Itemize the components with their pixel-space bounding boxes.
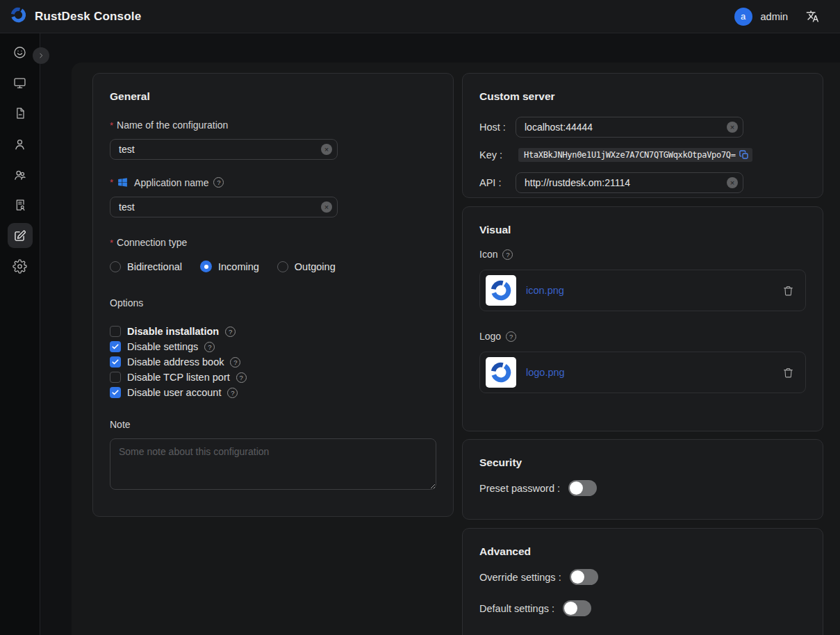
radio-incoming[interactable]: Incoming [200, 261, 259, 272]
server-key-chip: HtaXBkJNHyn0e1U1jWXze7A7CN7QTGWqxkOtpaVp… [518, 148, 752, 162]
connection-type-label: * Connection type [110, 237, 436, 248]
logo-label: Logo ? [479, 331, 806, 342]
sidebar-item-sessions[interactable] [8, 101, 33, 126]
user-icon [13, 137, 27, 151]
topbar-right: a admin [734, 8, 820, 26]
sidebar-items [0, 33, 40, 279]
checkbox[interactable] [110, 326, 121, 337]
help-icon[interactable]: ? [502, 249, 513, 260]
copy-icon[interactable] [739, 150, 749, 160]
config-name-label: * Name of the configuration [110, 119, 436, 131]
preset-password-toggle[interactable] [568, 480, 597, 496]
sidebar [0, 33, 40, 635]
host-label: Host : [479, 122, 516, 133]
default-settings-row: Default settings : [479, 600, 806, 616]
application-name-input[interactable] [110, 197, 338, 217]
key-row: Key : HtaXBkJNHyn0e1U1jWXze7A7CN7QTGWqxk… [479, 145, 806, 165]
document-icon [13, 106, 27, 120]
host-input[interactable] [516, 117, 743, 138]
api-input[interactable] [516, 172, 743, 193]
sidebar-collapse-button[interactable] [33, 47, 49, 64]
sidebar-item-users[interactable] [8, 131, 33, 156]
radio-circle[interactable] [110, 261, 121, 272]
translate-icon[interactable] [806, 10, 819, 23]
user-avatar[interactable]: a [734, 8, 752, 26]
icon-file-link[interactable]: icon.png [526, 285, 564, 296]
config-name-input[interactable] [110, 139, 338, 160]
trash-icon[interactable] [782, 367, 794, 379]
override-settings-label: Override settings : [479, 572, 561, 583]
sidebar-item-audit[interactable] [8, 192, 33, 217]
required-marker: * [110, 177, 113, 188]
option-disable-address-book[interactable]: Disable address book ? [110, 354, 436, 370]
logo-thumbnail [486, 357, 516, 388]
help-icon[interactable]: ? [236, 372, 247, 383]
sidebar-item-dashboard[interactable] [8, 40, 33, 65]
api-row: API : × [479, 172, 806, 193]
radio-bidirectional[interactable]: Bidirectional [110, 261, 182, 272]
security-title: Security [479, 456, 806, 469]
help-icon[interactable]: ? [204, 342, 215, 352]
edit-icon [13, 229, 27, 243]
option-disable-settings[interactable]: Disable settings ? [110, 339, 436, 354]
clear-icon[interactable]: × [321, 144, 332, 155]
trash-icon[interactable] [782, 285, 794, 297]
help-icon[interactable]: ? [506, 331, 516, 342]
host-row: Host : × [479, 117, 806, 138]
default-settings-label: Default settings : [479, 603, 554, 614]
custom-server-title: Custom server [479, 90, 806, 103]
radio-circle[interactable] [277, 261, 288, 272]
checkbox[interactable] [110, 356, 121, 368]
radio-circle[interactable] [200, 261, 212, 272]
brand[interactable]: RustDesk Console [9, 6, 141, 27]
clear-icon[interactable]: × [727, 177, 738, 188]
preset-password-label: Preset password : [479, 483, 560, 494]
sidebar-item-groups[interactable] [8, 162, 33, 187]
sidebar-item-settings[interactable] [8, 254, 33, 279]
help-icon[interactable]: ? [213, 177, 224, 188]
required-marker: * [110, 120, 113, 131]
chevron-right-icon [36, 51, 46, 60]
option-disable-user-account[interactable]: Disable user account ? [110, 385, 436, 400]
help-icon[interactable]: ? [225, 327, 236, 337]
default-settings-toggle[interactable] [563, 600, 591, 616]
checkbox[interactable] [110, 372, 121, 383]
username[interactable]: admin [761, 11, 789, 22]
main-panel: General * Name of the configuration × * … [72, 63, 840, 635]
logo-file-row: logo.png [479, 352, 806, 393]
clear-icon[interactable]: × [727, 122, 738, 133]
override-settings-row: Override settings : [479, 569, 806, 585]
checkbox[interactable] [110, 387, 121, 398]
visual-card: Visual Icon ? icon.png Logo ? [462, 206, 823, 431]
radio-outgoing[interactable]: Outgoing [277, 261, 336, 272]
monitor-icon [13, 76, 27, 90]
windows-icon [117, 176, 129, 188]
security-card: Security Preset password : [462, 439, 823, 520]
advanced-card: Advanced Override settings : Default set… [462, 528, 823, 635]
logo-file-link[interactable]: logo.png [526, 367, 565, 378]
server-key-value: HtaXBkJNHyn0e1U1jWXze7A7CN7QTGWqxkOtpaVp… [524, 150, 736, 160]
topbar: RustDesk Console a admin [0, 0, 840, 33]
connection-type-group: Bidirectional Incoming Outgoing [110, 261, 436, 272]
required-marker: * [110, 238, 113, 248]
options-label: Options [110, 297, 436, 308]
advanced-title: Advanced [479, 545, 806, 558]
visual-title: Visual [479, 224, 806, 236]
note-textarea[interactable] [110, 438, 436, 490]
preset-password-row: Preset password : [479, 480, 806, 496]
clear-icon[interactable]: × [321, 201, 332, 213]
note-label: Note [110, 419, 436, 430]
option-disable-tcp-listen-port[interactable]: Disable TCP listen port ? [110, 370, 436, 385]
group-icon [13, 167, 27, 182]
help-icon[interactable]: ? [227, 388, 238, 398]
sidebar-item-custom-clients[interactable] [8, 223, 33, 248]
sidebar-item-devices[interactable] [8, 70, 33, 95]
rustdesk-logo-icon [9, 6, 28, 27]
checkbox[interactable] [110, 341, 121, 352]
smiley-icon [13, 45, 27, 60]
option-disable-installation[interactable]: Disable installation ? [110, 324, 436, 339]
override-settings-toggle[interactable] [570, 569, 598, 585]
help-icon[interactable]: ? [230, 357, 240, 368]
api-label: API : [479, 177, 516, 188]
icon-thumbnail [486, 275, 516, 306]
